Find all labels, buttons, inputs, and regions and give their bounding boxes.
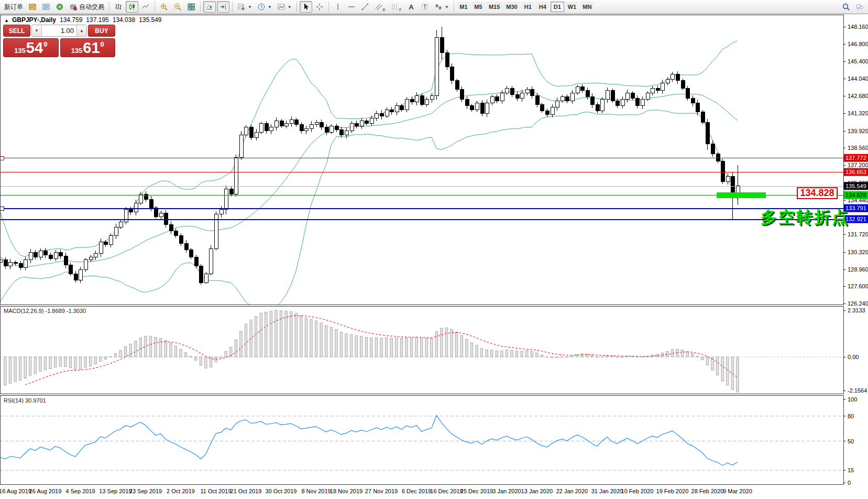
hline-handle-133.791[interactable] [1, 207, 4, 210]
trendline-button[interactable] [359, 1, 371, 13]
svg-text:126.240: 126.240 [848, 300, 868, 307]
zoom-in-button[interactable] [158, 1, 170, 13]
horizontal-line-button[interactable] [345, 1, 358, 13]
crosshair-icon [315, 3, 324, 11]
turning-point-annotation[interactable]: 多空转折点 [761, 207, 850, 229]
svg-text:138.560: 138.560 [848, 145, 868, 151]
text-label-button[interactable]: T [419, 1, 431, 13]
sell-button[interactable]: SELL [3, 25, 30, 37]
equidistant-channel-button[interactable]: E [372, 1, 388, 13]
ohlc-high: 137.195 [86, 16, 108, 24]
buy-button[interactable]: BUY [88, 25, 115, 37]
svg-text:127.600: 127.600 [848, 283, 868, 289]
svg-text:19 Feb 2020: 19 Feb 2020 [656, 488, 689, 494]
text-button[interactable]: A [405, 1, 417, 13]
svg-text:28 Feb 2020: 28 Feb 2020 [691, 488, 724, 494]
svg-text:6 Dec 2019: 6 Dec 2019 [402, 488, 431, 494]
svg-text:25 Dec 2019: 25 Dec 2019 [460, 488, 493, 494]
sell-price-panel[interactable]: 135 54 9 [3, 38, 59, 57]
svg-text:131.720: 131.720 [848, 231, 868, 237]
tile-windows-button[interactable] [185, 1, 197, 13]
vertical-line-button[interactable] [332, 1, 344, 13]
zoom-out-button[interactable] [171, 1, 184, 13]
timeframe-m1-button[interactable]: M1 [457, 2, 470, 12]
navigator-icon [56, 3, 64, 11]
crosshair-button[interactable] [313, 1, 326, 13]
svg-text:A: A [409, 3, 414, 11]
fibonacci-button[interactable]: F [389, 1, 404, 13]
mt4-terminal: 148.160146.800145.400144.040142.680141.3… [0, 0, 868, 499]
volume-decrease-button[interactable]: ▼ [32, 25, 42, 36]
autotrading-button[interactable]: 自动交易 [67, 1, 106, 13]
timeframe-m30-button[interactable]: M30 [503, 2, 520, 12]
svg-text:T: T [423, 4, 426, 10]
toolbar-separator [328, 2, 329, 12]
templates-button[interactable]: ▼ [275, 1, 294, 13]
bar-chart-button[interactable] [112, 1, 125, 13]
volume-input[interactable] [42, 25, 76, 36]
candlestick-chart-button[interactable] [126, 1, 138, 13]
date-axis[interactable]: 16 Aug 201926 Aug 20194 Sep 201913 Sep 2… [0, 488, 752, 494]
toolbar-separator [454, 2, 454, 12]
highlight-level-bar[interactable] [717, 192, 766, 198]
text-label-icon: T [421, 3, 429, 11]
new-order-button[interactable]: 新订单 [2, 1, 25, 13]
line-chart-button[interactable] [139, 1, 152, 13]
chevron-down-icon: ▼ [288, 5, 292, 9]
timeframe-mn-button[interactable]: MN [580, 2, 594, 12]
templates-icon [277, 3, 285, 11]
chart-title-bar: ▲ GBPJPY-,Daily 134.759 137.195 134.038 … [4, 16, 162, 24]
svg-text:22 Jan 2020: 22 Jan 2020 [556, 488, 588, 494]
ohlc-close: 135.549 [139, 16, 161, 24]
svg-text:9 Mar 2020: 9 Mar 2020 [723, 488, 752, 494]
one-click-trading-panel: SELL ▼ ▲ BUY 135 54 9 135 61 0 [3, 25, 115, 57]
svg-text:13 Jan 2020: 13 Jan 2020 [521, 488, 553, 494]
timeframe-m5-button[interactable]: M5 [471, 2, 485, 12]
timeframe-m15-button[interactable]: M15 [486, 2, 502, 12]
market-watch-button[interactable] [26, 1, 39, 13]
ohlc-low: 134.038 [113, 16, 135, 24]
rsi-indicator-label: RSI(14) 30.9701 [4, 397, 46, 404]
arrow-objects-button[interactable]: ▼ [432, 1, 451, 13]
timeframe-d1-button[interactable]: D1 [551, 2, 564, 12]
svg-text:16 Aug 2019: 16 Aug 2019 [0, 488, 31, 494]
timeframe-w1-button[interactable]: W1 [565, 2, 579, 12]
timeframe-h1-button[interactable]: H1 [521, 2, 535, 12]
price-callout-box[interactable]: 134.828 [797, 187, 838, 199]
navigator-button[interactable] [53, 1, 66, 13]
cursor-button[interactable] [300, 1, 312, 13]
sell-price-figure: 135 [14, 47, 26, 57]
indicators-list-button[interactable]: ▼ [235, 1, 254, 13]
cursor-icon [302, 3, 310, 11]
svg-text:142.680: 142.680 [848, 93, 868, 99]
toolbar: 新订单 自动交易 ▼▼▼EFAT▼M1M5M15M30H1H4D1W1MN [0, 0, 868, 14]
line-chart-icon [141, 3, 150, 11]
search-button[interactable] [840, 1, 852, 13]
chart-shift-button[interactable] [217, 1, 229, 13]
auto-scroll-button[interactable] [203, 1, 216, 13]
svg-text:50: 50 [848, 438, 854, 444]
market-watch-icon [28, 3, 37, 11]
svg-text:141.320: 141.320 [848, 110, 868, 116]
svg-text:145.400: 145.400 [848, 58, 868, 64]
autotrading-label: 自动交易 [79, 3, 104, 12]
buy-price-panel[interactable]: 135 61 0 [60, 38, 116, 57]
periods-button[interactable]: ▼ [255, 1, 274, 13]
svg-text:137.772: 137.772 [845, 155, 866, 161]
svg-text:146.800: 146.800 [848, 41, 868, 47]
volume-increase-button[interactable]: ▲ [76, 25, 86, 36]
zoom-in-icon [160, 3, 168, 11]
chat-button[interactable] [853, 1, 866, 13]
data-window-button[interactable] [40, 1, 52, 13]
svg-text:18 Nov 2019: 18 Nov 2019 [330, 488, 362, 494]
svg-text:134.828: 134.828 [845, 192, 866, 198]
svg-text:135.549: 135.549 [845, 183, 866, 189]
chat-icon [855, 3, 864, 11]
timeframe-h4-button[interactable]: H4 [536, 2, 550, 12]
svg-text:16 Dec 2019: 16 Dec 2019 [430, 488, 463, 494]
svg-text:10 Feb 2020: 10 Feb 2020 [621, 488, 654, 494]
svg-text:30 Oct 2019: 30 Oct 2019 [266, 488, 297, 494]
collapse-panel-arrow[interactable]: ▲ [4, 18, 9, 23]
hline-handle-137.772[interactable] [1, 156, 4, 160]
svg-text:2 Oct 2019: 2 Oct 2019 [167, 488, 195, 494]
